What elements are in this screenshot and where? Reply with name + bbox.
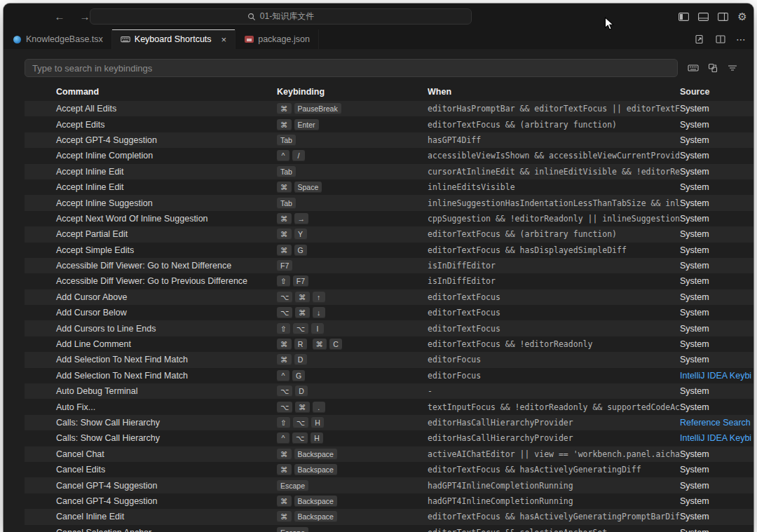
table-row[interactable]: Calls: Show Call Hierarchy^⌥HeditorHasCa… xyxy=(25,430,753,446)
keybinding-cell: ⌘Backspace xyxy=(277,464,428,475)
table-row[interactable]: Add Cursor Below⌥⌘↓editorTextFocusSystem xyxy=(25,305,753,320)
when-cell: editorTextFocus && (arbitrary function) xyxy=(428,120,680,130)
table-row[interactable]: Cancel Chat⌘BackspaceactiveAIChatEditor … xyxy=(25,446,753,462)
table-row[interactable]: Calls: Show Call Hierarchy⇧⌥HeditorHasCa… xyxy=(25,415,753,430)
source-link[interactable]: IntelliJ IDEA Keybi xyxy=(680,433,751,443)
table-row[interactable]: Add Selection To Next Find Match^Geditor… xyxy=(25,368,753,383)
record-keys-icon[interactable] xyxy=(688,62,699,74)
when-cell: hadGPT4InlineCompletionRunning xyxy=(428,481,680,491)
table-row[interactable]: Cancel Inline Edit⌘BackspaceeditorTextFo… xyxy=(25,509,753,524)
key-chord-group: ⌘R xyxy=(277,339,307,350)
table-row[interactable]: Add Selection To Next Find Match⌘Deditor… xyxy=(25,352,753,367)
layout-sidebar-left-icon[interactable] xyxy=(678,11,689,22)
back-button[interactable]: ← xyxy=(53,11,67,22)
key-chip: ⌘ xyxy=(277,464,292,475)
tab-keyboard-shortcuts[interactable]: Keyboard Shortcuts × xyxy=(112,29,236,49)
more-actions-icon[interactable]: ⋯ xyxy=(736,34,746,45)
table-row[interactable]: Accept Inline SuggestionTabinlineSuggest… xyxy=(25,195,753,210)
sort-by-precedence-icon[interactable] xyxy=(707,62,718,74)
source-cell: System xyxy=(680,276,753,286)
key-chord-group: ⇧⌥I xyxy=(277,323,324,334)
keybinding-cell: ⌥⌘↑ xyxy=(277,292,428,303)
keybinding-cell: ⌥D xyxy=(277,386,428,397)
table-row[interactable]: Accept Edits⌘EntereditorTextFocus && (ar… xyxy=(25,116,753,132)
source-link[interactable]: Reference Search xyxy=(680,418,751,428)
when-cell: cppSuggestion && !editorReadonly || inli… xyxy=(428,214,680,224)
table-row[interactable]: Cancel GPT-4 SuggestionEscapehadGPT4Inli… xyxy=(25,477,753,493)
keybinding-cell: F7 xyxy=(277,260,428,271)
keybinding-cell: ⌘D xyxy=(277,354,428,365)
when-cell: editorFocus xyxy=(428,371,680,381)
table-row[interactable]: Accept Simple Edits⌘GeditorTextFocus && … xyxy=(25,243,753,258)
tab-knowledgebase[interactable]: KnowledgeBase.tsx xyxy=(4,29,112,49)
command-center[interactable]: 01-知识库文件 xyxy=(90,8,472,25)
source-cell: System xyxy=(680,120,753,130)
command-cell: Accept Inline Completion xyxy=(25,151,277,161)
tab-package-json[interactable]: package.json xyxy=(236,29,319,49)
key-chord-group: ⌥D xyxy=(277,386,308,397)
filter-lines-icon[interactable] xyxy=(727,62,738,74)
column-header-keybinding[interactable]: Keybinding xyxy=(277,87,428,97)
key-chip: ⌘ xyxy=(277,213,292,224)
table-row[interactable]: Auto Fix...⌥⌘.textInputFocus && !editorR… xyxy=(25,399,753,414)
layout-sidebar-right-icon[interactable] xyxy=(717,11,728,22)
keybindings-search-input[interactable] xyxy=(25,59,678,77)
key-chord-group: ⇧⌥H xyxy=(277,417,324,428)
keybinding-cell: ⌘Space xyxy=(277,182,428,193)
source-cell: System xyxy=(680,496,753,506)
source-label: System xyxy=(680,324,709,334)
key-chip: ⌘ xyxy=(277,496,292,507)
command-cell: Cancel Inline Edit xyxy=(25,512,277,521)
key-chip: ⌘ xyxy=(295,307,310,318)
settings-gear-icon[interactable]: ⚙ xyxy=(737,11,748,22)
table-row[interactable]: Accept Inline Edit⌘SpaceinlineEditsVisib… xyxy=(25,179,753,195)
key-chip: Backspace xyxy=(294,449,337,460)
key-chord-group: ^⌥H xyxy=(277,432,323,444)
table-row[interactable]: Cancel Selection AnchorEscapeeditorTextF… xyxy=(25,525,753,532)
key-chord-group: Tab xyxy=(277,198,296,209)
source-link[interactable]: IntelliJ IDEA Keybi xyxy=(680,371,751,381)
keybinding-cell: Tab xyxy=(277,198,428,209)
key-chip: → xyxy=(294,213,309,224)
when-cell: editorTextFocus && hasActivelyGenerating… xyxy=(428,512,680,521)
command-cell: Add Selection To Next Find Match xyxy=(25,355,277,364)
column-header-command[interactable]: Command xyxy=(25,87,277,97)
when-cell: editorTextFocus && !editorReadonly xyxy=(428,339,680,349)
table-row[interactable]: Add Cursor Above⌥⌘↑editorTextFocusSystem xyxy=(25,289,753,305)
key-chip: Enter xyxy=(294,119,319,130)
when-cell: inlineEditsVisible xyxy=(428,182,680,192)
table-row[interactable]: Add Line Comment⌘R⌘CeditorTextFocus && !… xyxy=(25,336,753,352)
table-row[interactable]: Auto Debug Terminal⌥D-System xyxy=(25,383,753,399)
layout-panel-icon[interactable] xyxy=(697,11,709,22)
close-tab-icon[interactable]: × xyxy=(221,34,227,45)
column-header-source[interactable]: Source xyxy=(680,87,753,97)
split-editor-icon[interactable] xyxy=(715,34,726,45)
table-row[interactable]: Accept All Edits⌘PauseBreakeditorHasProm… xyxy=(25,101,753,116)
table-row[interactable]: Accessible Diff Viewer: Go to Next Diffe… xyxy=(25,258,753,273)
key-chip: ⌥ xyxy=(292,432,308,444)
table-row[interactable]: Add Cursors to Line Ends⇧⌥IeditorTextFoc… xyxy=(25,320,753,336)
column-header-when[interactable]: When xyxy=(428,87,680,97)
table-row[interactable]: Cancel GPT-4 Suggestion⌘BackspacehadGPT4… xyxy=(25,493,753,509)
key-chip: I xyxy=(311,323,324,334)
key-chip: ⌘ xyxy=(277,354,292,365)
keybindings-rows: Accept All Edits⌘PauseBreakeditorHasProm… xyxy=(25,101,753,532)
when-cell: editorHasCallHierarchyProvider xyxy=(428,433,680,443)
table-row[interactable]: Cancel Edits⌘BackspaceeditorTextFocus &&… xyxy=(25,462,753,477)
table-row[interactable]: Accept Inline EditTabcursorAtInlineEdit … xyxy=(25,164,753,179)
keybinding-cell: ⌘PauseBreak xyxy=(277,103,428,114)
source-label: System xyxy=(680,528,709,532)
table-row[interactable]: Accept Next Word Of Inline Suggestion⌘→c… xyxy=(25,211,753,226)
table-row[interactable]: Accept Inline Completion^/accessibleView… xyxy=(25,148,753,163)
table-row[interactable]: Accessible Diff Viewer: Go to Previous D… xyxy=(25,273,753,289)
table-row[interactable]: Accept GPT-4 SuggestionTabhasGPT4DiffSys… xyxy=(25,132,753,148)
source-cell: System xyxy=(680,308,753,318)
table-row[interactable]: Accept Partial Edit⌘YeditorTextFocus && … xyxy=(25,226,753,242)
command-cell: Accept Partial Edit xyxy=(25,229,277,239)
keybinding-cell: ⌘Backspace xyxy=(277,449,428,460)
when-cell: editorHasCallHierarchyProvider xyxy=(428,418,680,428)
command-cell: Accept Inline Edit xyxy=(25,182,277,192)
open-changes-icon[interactable] xyxy=(694,34,705,45)
key-chord-group: ⌘Backspace xyxy=(277,464,337,475)
when-cell: hasGPT4Diff xyxy=(428,135,680,145)
